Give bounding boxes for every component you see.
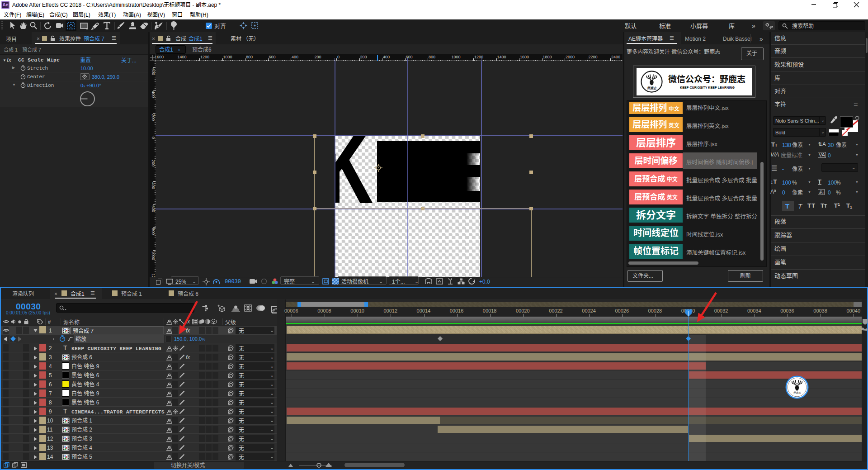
svg-text:野鹿志: 野鹿志 [793, 391, 802, 394]
svg-text:野鹿志: 野鹿志 [647, 86, 657, 90]
